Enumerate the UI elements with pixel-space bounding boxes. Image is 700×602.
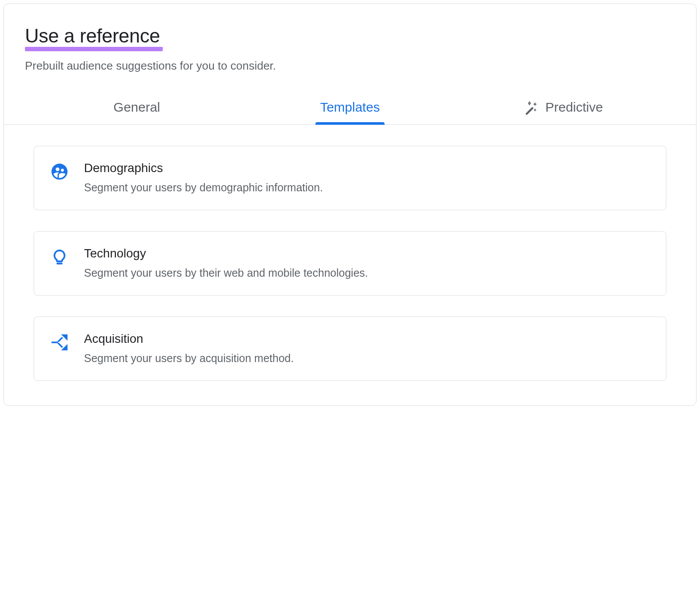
- fork-arrows-icon: [50, 333, 69, 352]
- svg-rect-0: [525, 107, 534, 115]
- card-description: Segment your users by demographic inform…: [84, 181, 650, 194]
- lightbulb-icon: [50, 247, 69, 267]
- tab-label: Templates: [320, 100, 380, 115]
- tab-general[interactable]: General: [30, 92, 243, 124]
- tabs-bar: General Templates Predictive: [4, 92, 696, 125]
- page-title: Use a reference: [25, 25, 160, 47]
- card-title: Acquisition: [84, 332, 650, 346]
- tab-templates[interactable]: Templates: [243, 92, 456, 124]
- card-body: Demographics Segment your users by demog…: [84, 161, 650, 194]
- tab-label: General: [113, 100, 160, 115]
- template-card-technology[interactable]: Technology Segment your users by their w…: [34, 231, 666, 296]
- supervised-user-circle-icon: [50, 162, 69, 181]
- card-description: Segment your users by their web and mobi…: [84, 267, 650, 279]
- tab-label: Predictive: [545, 100, 603, 115]
- card-title: Technology: [84, 246, 650, 261]
- magic-wand-icon: [523, 100, 538, 115]
- tab-predictive[interactable]: Predictive: [457, 92, 670, 124]
- card-title: Demographics: [84, 161, 650, 175]
- card-description: Segment your users by acquisition method…: [84, 352, 650, 365]
- card-body: Technology Segment your users by their w…: [84, 246, 650, 279]
- heading-container: Use a reference: [25, 25, 160, 47]
- reference-panel: Use a reference Prebuilt audience sugges…: [4, 4, 696, 406]
- template-card-demographics[interactable]: Demographics Segment your users by demog…: [34, 146, 666, 210]
- page-subtitle: Prebuilt audience suggestions for you to…: [25, 59, 675, 73]
- template-card-acquisition[interactable]: Acquisition Segment your users by acquis…: [34, 317, 666, 381]
- card-body: Acquisition Segment your users by acquis…: [84, 332, 650, 365]
- template-cards: Demographics Segment your users by demog…: [25, 125, 675, 381]
- title-highlight: [25, 47, 163, 51]
